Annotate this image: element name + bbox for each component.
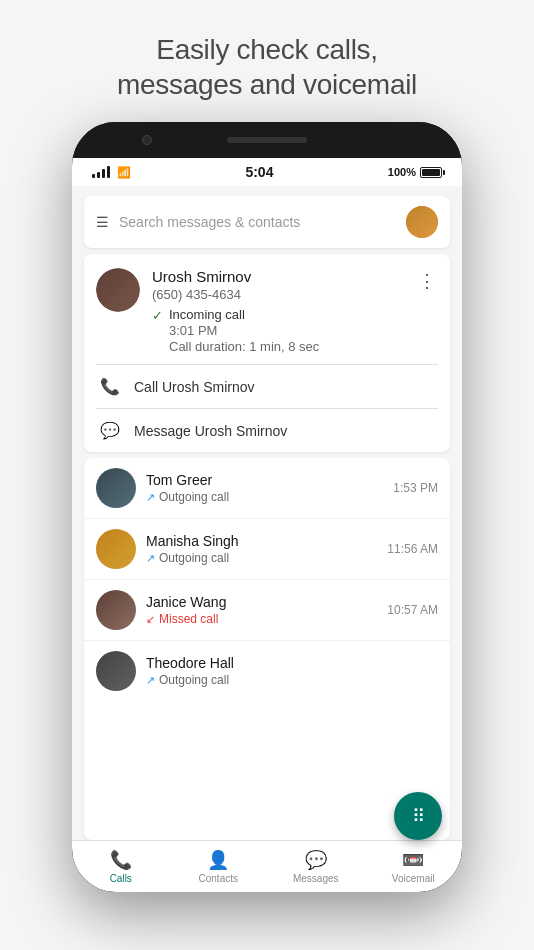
call-time: 3:01 PM [169, 323, 319, 338]
phone-frame: 📶 5:04 100% ☰ Search messages & contacts [72, 122, 462, 892]
message-action-label: Message Urosh Smirnov [134, 423, 287, 439]
fab-button[interactable]: ⠿ [394, 792, 442, 840]
call-action-button[interactable]: 📞 Call Urosh Smirnov [84, 365, 450, 408]
list-item[interactable]: Theodore Hall ↗ Outgoing call [84, 641, 450, 701]
contact-card: Urosh Smirnov (650) 435-4634 ✓ Incoming … [84, 254, 450, 452]
phone-speaker [227, 137, 307, 143]
call-item-info: Theodore Hall ↗ Outgoing call [146, 655, 428, 687]
voicemail-nav-icon: 📼 [402, 849, 424, 871]
call-type-row: ↗ Outgoing call [146, 551, 377, 565]
voicemail-nav-label: Voicemail [392, 873, 435, 884]
status-time: 5:04 [245, 164, 273, 180]
call-detail: ✓ Incoming call 3:01 PM Call duration: 1… [152, 307, 404, 354]
call-type-row: ↗ Outgoing call [146, 673, 428, 687]
phone-camera [142, 135, 152, 145]
status-right: 100% [388, 166, 442, 178]
signal-bar-3 [102, 169, 105, 178]
signal-bar-2 [97, 172, 100, 178]
battery-fill [422, 169, 440, 176]
nav-contacts[interactable]: 👤 Contacts [170, 843, 268, 890]
list-item[interactable]: Manisha Singh ↗ Outgoing call 11:56 AM [84, 519, 450, 580]
contact-avatar [96, 268, 140, 312]
messages-nav-icon: 💬 [305, 849, 327, 871]
messages-nav-label: Messages [293, 873, 339, 884]
caller-name: Tom Greer [146, 472, 383, 488]
nav-calls[interactable]: 📞 Calls [72, 843, 170, 890]
call-type: Incoming call [169, 307, 319, 322]
bottom-nav: 📞 Calls 👤 Contacts 💬 Messages 📼 Voicemai… [72, 840, 462, 892]
calls-nav-icon: 📞 [110, 849, 132, 871]
phone-icon: 📞 [100, 377, 120, 396]
list-item[interactable]: Janice Wang ↙ Missed call 10:57 AM [84, 580, 450, 641]
outgoing-icon: ↗ [146, 674, 155, 687]
wifi-icon: 📶 [117, 166, 131, 179]
search-bar[interactable]: ☰ Search messages & contacts [84, 196, 450, 248]
page-header: Easily check calls,messages and voicemai… [77, 0, 457, 122]
avatar-tom [96, 468, 136, 508]
calls-nav-label: Calls [110, 873, 132, 884]
contact-name: Urosh Smirnov [152, 268, 404, 285]
call-type-row: ↙ Missed call [146, 612, 377, 626]
contact-card-header: Urosh Smirnov (650) 435-4634 ✓ Incoming … [84, 254, 450, 364]
call-item-info: Janice Wang ↙ Missed call [146, 594, 377, 626]
dialpad-icon: ⠿ [412, 805, 425, 827]
call-time-stamp: 1:53 PM [393, 481, 438, 495]
app-content: ☰ Search messages & contacts Urosh Smirn… [72, 186, 462, 840]
contacts-nav-icon: 👤 [207, 849, 229, 871]
message-action-button[interactable]: 💬 Message Urosh Smirnov [84, 409, 450, 452]
nav-messages[interactable]: 💬 Messages [267, 843, 365, 890]
avatar-manisha [96, 529, 136, 569]
contacts-nav-label: Contacts [199, 873, 238, 884]
call-item-info: Tom Greer ↗ Outgoing call [146, 472, 383, 504]
call-duration: Call duration: 1 min, 8 sec [169, 339, 319, 354]
caller-name: Janice Wang [146, 594, 377, 610]
message-icon: 💬 [100, 421, 120, 440]
battery-percent: 100% [388, 166, 416, 178]
signal-bar-4 [107, 166, 110, 178]
user-avatar-img [406, 206, 438, 238]
signal-bar-1 [92, 174, 95, 178]
incoming-call-icon: ✓ [152, 308, 163, 323]
call-item-info: Manisha Singh ↗ Outgoing call [146, 533, 377, 565]
status-left: 📶 [92, 166, 131, 179]
user-avatar[interactable] [406, 206, 438, 238]
status-bar: 📶 5:04 100% [72, 158, 462, 186]
search-placeholder: Search messages & contacts [119, 214, 406, 230]
caller-name: Manisha Singh [146, 533, 377, 549]
contact-number: (650) 435-4634 [152, 287, 404, 302]
signal-bars [92, 166, 110, 178]
call-action-label: Call Urosh Smirnov [134, 379, 255, 395]
contact-info: Urosh Smirnov (650) 435-4634 ✓ Incoming … [152, 268, 404, 356]
menu-icon: ☰ [96, 214, 109, 230]
missed-icon: ↙ [146, 613, 155, 626]
outgoing-icon: ↗ [146, 491, 155, 504]
call-list: Tom Greer ↗ Outgoing call 1:53 PM Manish… [84, 458, 450, 840]
call-time-stamp: 10:57 AM [387, 603, 438, 617]
call-type-label: Outgoing call [159, 551, 229, 565]
call-type-row: ↗ Outgoing call [146, 490, 383, 504]
call-type-label: Outgoing call [159, 490, 229, 504]
call-type-label: Outgoing call [159, 673, 229, 687]
call-detail-text: Incoming call 3:01 PM Call duration: 1 m… [169, 307, 319, 354]
avatar-janice [96, 590, 136, 630]
phone-top [72, 122, 462, 158]
call-time-stamp: 11:56 AM [387, 542, 438, 556]
call-type-label: Missed call [159, 612, 218, 626]
nav-voicemail[interactable]: 📼 Voicemail [365, 843, 463, 890]
avatar-theodore [96, 651, 136, 691]
outgoing-icon: ↗ [146, 552, 155, 565]
more-options-icon[interactable]: ⋮ [416, 268, 438, 294]
contact-avatar-img [96, 268, 140, 312]
caller-name: Theodore Hall [146, 655, 428, 671]
battery-icon [420, 167, 442, 178]
list-item[interactable]: Tom Greer ↗ Outgoing call 1:53 PM [84, 458, 450, 519]
